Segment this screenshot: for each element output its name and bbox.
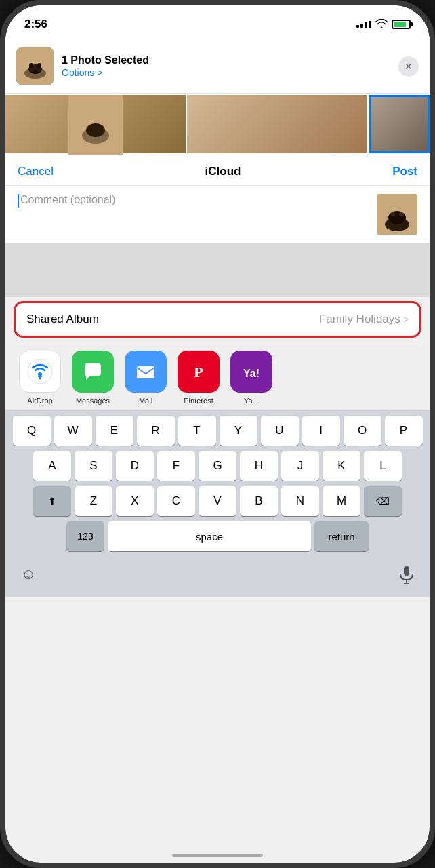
pinterest-icon: P: [178, 351, 220, 393]
signal-icon: [356, 21, 371, 28]
numbers-key[interactable]: 123: [66, 521, 104, 551]
key-m[interactable]: M: [323, 486, 360, 516]
key-n[interactable]: N: [281, 486, 319, 516]
share-apps-row: AirDrop Messages: [5, 351, 430, 405]
shared-album-value: Family Holidays >: [319, 313, 409, 326]
keyboard-row-2: A S D F G H J K L: [8, 451, 427, 481]
key-o[interactable]: O: [344, 416, 381, 446]
svg-point-11: [388, 211, 406, 224]
svg-rect-18: [137, 366, 154, 378]
keyboard-row-1: Q W E R T Y U I O P: [8, 416, 427, 446]
keyboard-row-3: ⬆ Z X C V B N M ⌫: [8, 486, 427, 516]
share-title: 1 Photo Selected: [62, 54, 390, 66]
svg-point-4: [37, 63, 41, 68]
app-item-airdrop[interactable]: AirDrop: [16, 351, 64, 405]
status-bar: 2:56: [5, 5, 430, 39]
svg-point-5: [31, 70, 39, 74]
icloud-comment-area: Comment (optional): [5, 186, 430, 243]
yahoo-icon: Ya!: [230, 351, 272, 393]
key-k[interactable]: K: [323, 451, 360, 481]
backspace-key[interactable]: ⌫: [364, 486, 402, 516]
key-d[interactable]: D: [116, 451, 154, 481]
key-y[interactable]: Y: [220, 416, 257, 446]
svg-point-8: [86, 123, 105, 137]
app-item-mail[interactable]: Mail: [122, 351, 169, 405]
icloud-cancel-button[interactable]: Cancel: [18, 165, 54, 178]
phone-frame: 2:56: [0, 0, 435, 868]
svg-point-14: [28, 359, 52, 384]
comment-placeholder: Comment (optional): [20, 194, 116, 205]
comment-input[interactable]: Comment (optional): [18, 194, 369, 208]
key-f[interactable]: F: [157, 451, 195, 481]
shift-key[interactable]: ⬆: [33, 486, 71, 516]
icloud-header: Cancel iCloud Post: [5, 155, 430, 186]
shared-album-row[interactable]: Shared Album Family Holidays >: [14, 301, 421, 338]
svg-point-13: [399, 212, 403, 216]
icloud-post-button[interactable]: Post: [392, 165, 417, 178]
status-icons: [356, 19, 411, 31]
icloud-panel: Cancel iCloud Post Comment (optional): [5, 155, 430, 243]
svg-point-12: [391, 212, 395, 216]
share-header: 1 Photo Selected Options > ✕: [5, 39, 430, 94]
shared-album-label: Shared Album: [26, 313, 99, 326]
svg-point-3: [29, 63, 33, 68]
app-item-pinterest[interactable]: P Pinterest: [175, 351, 222, 405]
key-c[interactable]: C: [157, 486, 195, 516]
app-item-yahoo[interactable]: Ya! Ya...: [228, 351, 275, 405]
key-s[interactable]: S: [75, 451, 112, 481]
key-g[interactable]: G: [199, 451, 236, 481]
home-indicator: [172, 854, 263, 857]
text-cursor: [18, 194, 19, 208]
keyboard-bottom: ☺: [8, 557, 427, 595]
messages-icon: [72, 351, 114, 393]
key-i[interactable]: I: [302, 416, 340, 446]
key-x[interactable]: X: [116, 486, 154, 516]
share-apps-section: AirDrop Messages: [5, 342, 430, 410]
photo-thumb-3[interactable]: [369, 95, 430, 153]
svg-rect-23: [404, 566, 409, 576]
key-u[interactable]: U: [261, 416, 299, 446]
phone-screen: 2:56: [5, 5, 430, 863]
microphone-key[interactable]: [392, 559, 421, 589]
messages-label: Messages: [76, 397, 110, 405]
keyboard-row-4: 123 space return: [8, 521, 427, 551]
key-a[interactable]: A: [33, 451, 71, 481]
airdrop-icon: [19, 351, 61, 393]
yahoo-label: Ya...: [244, 397, 259, 405]
comment-photo-thumbnail: [377, 194, 417, 235]
share-options-link[interactable]: Options >: [62, 67, 102, 78]
svg-text:Ya!: Ya!: [243, 368, 260, 379]
share-thumbnail: [16, 47, 54, 85]
shared-album-album-name: Family Holidays: [319, 313, 400, 326]
key-q[interactable]: Q: [13, 416, 51, 446]
svg-point-15: [38, 372, 42, 376]
emoji-key[interactable]: ☺: [14, 559, 43, 589]
icloud-title: iCloud: [205, 165, 241, 178]
key-r[interactable]: R: [137, 416, 175, 446]
status-time: 2:56: [24, 18, 47, 31]
key-l[interactable]: L: [364, 451, 402, 481]
key-h[interactable]: H: [240, 451, 278, 481]
space-key[interactable]: space: [108, 521, 311, 551]
return-key[interactable]: return: [314, 521, 369, 551]
blur-background: [5, 243, 430, 297]
key-e[interactable]: E: [96, 416, 133, 446]
key-t[interactable]: T: [178, 416, 216, 446]
battery-icon: [392, 20, 411, 29]
key-b[interactable]: B: [240, 486, 278, 516]
key-j[interactable]: J: [281, 451, 319, 481]
mail-label: Mail: [139, 397, 152, 405]
key-z[interactable]: Z: [75, 486, 112, 516]
key-w[interactable]: W: [54, 416, 92, 446]
photo-thumb-1[interactable]: [5, 95, 186, 153]
photo-thumb-2[interactable]: [187, 95, 367, 153]
key-p[interactable]: P: [385, 416, 423, 446]
key-v[interactable]: V: [199, 486, 236, 516]
share-close-button[interactable]: ✕: [398, 56, 419, 77]
app-item-messages[interactable]: Messages: [69, 351, 117, 405]
chevron-right-icon: >: [403, 314, 409, 325]
pinterest-label: Pinterest: [184, 397, 213, 405]
svg-text:P: P: [194, 363, 203, 380]
photos-preview: [5, 94, 430, 155]
share-info: 1 Photo Selected Options >: [62, 54, 390, 79]
